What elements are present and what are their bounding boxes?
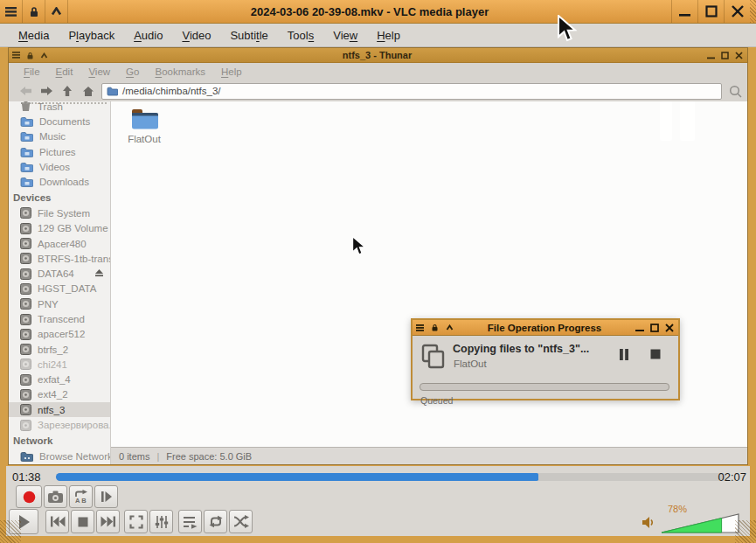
maximize-button[interactable]: [647, 320, 662, 335]
dialog-titlebar[interactable]: File Operation Progress: [413, 320, 678, 336]
close-button[interactable]: [662, 320, 676, 335]
vlc-menu-item-playback[interactable]: Playback: [59, 24, 124, 47]
thunar-menu-item-bookmarks[interactable]: Bookmarks: [147, 66, 213, 77]
sidebar-item-trash[interactable]: Trash: [9, 101, 110, 114]
thunar-menu-item-file[interactable]: File: [16, 66, 48, 77]
sidebar-item-browse-network[interactable]: Browse Network: [9, 449, 110, 463]
cancel-operation-button[interactable]: [647, 347, 664, 361]
minimize-button[interactable]: [632, 320, 647, 335]
drive-icon: [20, 223, 31, 234]
vlc-menu-item-media[interactable]: Media: [9, 24, 59, 47]
file-operation-dialog[interactable]: File Operation Progress Copying files to…: [411, 318, 680, 400]
sidebar-item-btrfs-2[interactable]: btrfs_2: [9, 342, 110, 357]
vlc-menu-item-subtitle[interactable]: Subtitle: [220, 24, 277, 47]
playlist-button[interactable]: [178, 510, 202, 533]
extended-settings-button[interactable]: [149, 510, 173, 533]
minimize-button[interactable]: [704, 48, 718, 62]
sticky-pin-icon[interactable]: [23, 48, 37, 62]
search-icon[interactable]: [727, 83, 743, 99]
sidebar-item-pictures[interactable]: Pictures: [9, 144, 110, 159]
sidebar-item-label: Pictures: [39, 147, 76, 157]
file-item-flatout[interactable]: FlatOut: [120, 108, 169, 144]
sidebar-item-documents[interactable]: Documents: [9, 114, 110, 129]
resize-grip[interactable]: [735, 520, 756, 543]
random-button[interactable]: [229, 510, 253, 533]
sidebar-item-btrfs-1tb-trans[interactable]: BTRFS-1tb-trans...: [9, 251, 110, 266]
sidebar-item-transcend[interactable]: Transcend: [9, 311, 110, 326]
titlebar-resize-grip[interactable]: [750, 0, 756, 23]
sidebar-item-label: Transcend: [38, 314, 85, 324]
sticky-pin-icon[interactable]: [427, 320, 442, 335]
loop-button[interactable]: [204, 510, 227, 533]
sidebar-item-apacer480[interactable]: Apacer480: [9, 236, 110, 251]
eject-icon[interactable]: [94, 268, 104, 277]
vlc-menubar: MediaPlaybackAudioVideoSubtitleToolsView…: [0, 24, 756, 47]
sidebar-item-music[interactable]: Music: [9, 129, 110, 144]
thunar-titlebar[interactable]: ntfs_3 - Thunar: [9, 48, 747, 63]
window-menu-icon[interactable]: [9, 48, 23, 62]
sidebar-item-item[interactable]: Зарезервирова...: [9, 417, 110, 432]
close-button[interactable]: [732, 48, 746, 62]
folder-icon: [20, 177, 33, 187]
sidebar-item-hgst-data[interactable]: HGST_DATA: [9, 282, 110, 296]
sidebar-item-label: File System: [38, 208, 90, 219]
resize-grip[interactable]: [0, 520, 21, 543]
vlc-menu-item-help[interactable]: Help: [367, 24, 410, 47]
vlc-menu-item-video[interactable]: Video: [172, 24, 220, 47]
sidebar-item-pny[interactable]: PNY: [9, 296, 110, 311]
maximize-button[interactable]: [718, 48, 732, 62]
previous-button[interactable]: [45, 510, 69, 533]
sidebar-item-label: Apacer480: [38, 239, 87, 249]
thunar-menu-item-help[interactable]: Help: [213, 66, 250, 77]
thunar-menu-item-edit[interactable]: Edit: [48, 66, 81, 77]
drive-icon: [20, 389, 31, 400]
sidebar-item-exfat-4[interactable]: exfat_4: [9, 372, 110, 387]
maximize-button[interactable]: [697, 0, 724, 23]
record-button[interactable]: [16, 485, 42, 508]
sidebar-item-file-system[interactable]: File System: [9, 205, 110, 220]
sidebar-item-downloads[interactable]: Downloads: [9, 174, 110, 189]
window-menu-icon[interactable]: [413, 320, 427, 335]
sidebar-item-data64[interactable]: DATA64: [9, 266, 110, 281]
thunar-menu-item-go[interactable]: Go: [118, 66, 147, 77]
sidebar-item-ntfs-3[interactable]: ntfs_3: [9, 402, 110, 417]
sidebar-item-label: btrfs_2: [38, 345, 68, 355]
pause-button[interactable]: [615, 347, 633, 361]
seek-bar[interactable]: [56, 473, 726, 481]
status-free-space: Free space: 5.0 GiB: [166, 451, 252, 462]
vlc-titlebar[interactable]: 2024-03-06 20-39-08.mkv - VLC media play…: [0, 0, 756, 24]
sidebar-item-chi241[interactable]: chi241: [9, 357, 110, 372]
snapshot-button[interactable]: [44, 485, 67, 508]
vlc-menu-item-audio[interactable]: Audio: [124, 24, 172, 47]
minimize-button[interactable]: [671, 0, 697, 23]
vlc-menu-item-tools[interactable]: Tools: [278, 24, 323, 47]
shade-icon[interactable]: [37, 48, 51, 62]
sticky-pin-icon[interactable]: [23, 0, 45, 23]
volume-control[interactable]: 78%: [642, 507, 745, 533]
fullscreen-button[interactable]: [124, 510, 148, 533]
ab-loop-button[interactable]: A B: [69, 485, 93, 508]
sidebar-item-ext4-2[interactable]: ext4_2: [9, 387, 110, 402]
sidebar-item-label: Browse Network: [39, 451, 111, 462]
thunar-window[interactable]: ntfs_3 - Thunar FileEditViewGoBookmarksH…: [8, 47, 748, 465]
next-button[interactable]: [96, 510, 120, 533]
sidebar-item-label: apacer512: [38, 329, 85, 339]
sidebar-item-videos[interactable]: Videos: [9, 159, 110, 174]
sidebar-item-129-gb-volume[interactable]: 129 GB Volume: [9, 221, 110, 236]
thunar-menu-item-view[interactable]: View: [80, 66, 118, 77]
home-button[interactable]: [80, 83, 96, 99]
shade-icon[interactable]: [442, 320, 457, 335]
frame-by-frame-button[interactable]: [94, 485, 118, 508]
sidebar-item-apacer512[interactable]: apacer512: [9, 327, 110, 342]
operation-progress-bar: [420, 383, 669, 391]
back-button[interactable]: [17, 83, 33, 99]
shade-icon[interactable]: [45, 0, 68, 23]
path-input[interactable]: /media/chimba/ntfs_3/: [101, 83, 722, 100]
vlc-menu-item-view[interactable]: View: [323, 24, 367, 47]
stop-button[interactable]: [71, 510, 94, 533]
window-menu-icon[interactable]: [0, 0, 23, 23]
volume-slider[interactable]: [661, 513, 739, 533]
close-button[interactable]: [724, 0, 750, 23]
forward-button[interactable]: [38, 83, 54, 99]
up-button[interactable]: [59, 83, 75, 99]
